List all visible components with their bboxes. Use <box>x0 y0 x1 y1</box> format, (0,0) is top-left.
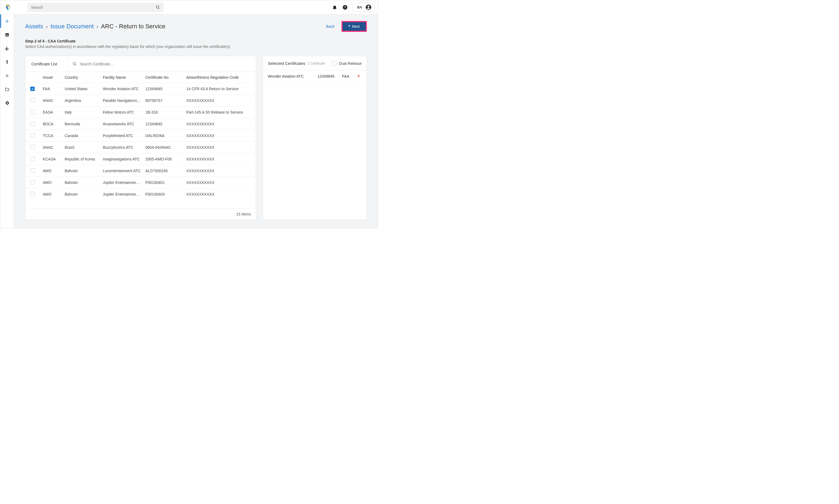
table-row[interactable]: AMO Bahrain Jupiter Entertainment... F00… <box>25 188 256 200</box>
row-checkbox[interactable] <box>30 122 35 126</box>
row-checkbox[interactable] <box>30 133 35 138</box>
breadcrumb-issue-document[interactable]: Issue Document <box>50 23 94 30</box>
user-menu[interactable]: BA <box>353 3 375 12</box>
selected-certificates-panel: Selected Certificates 1 Certificate Dual… <box>263 56 367 220</box>
next-button[interactable]: Next <box>342 21 367 32</box>
cell-facility: Purplelimited ATC <box>101 133 143 138</box>
certificate-list-title: Certificate List <box>25 56 68 72</box>
row-checkbox[interactable] <box>30 145 35 149</box>
cell-country: United States <box>63 87 101 91</box>
nav-folders[interactable] <box>0 83 14 96</box>
certificate-list-panel: Certificate List Issuer Country Facility… <box>25 56 256 220</box>
cell-country: Canada <box>63 133 101 138</box>
cell-facility: Feline Motors ATC <box>101 110 143 114</box>
row-checkbox[interactable] <box>30 180 35 184</box>
table-row[interactable]: ANAC Brazil Buzzylectrics ATC 0604-04/AN… <box>25 141 256 153</box>
back-button[interactable]: Back <box>326 24 335 29</box>
svg-rect-9 <box>6 35 6 36</box>
notifications-icon[interactable] <box>332 5 337 10</box>
col-country: Country <box>63 75 101 79</box>
sel-facility: Wonder Aviation ATC <box>268 74 318 78</box>
selected-count: 1 Certificate <box>308 61 325 66</box>
row-checkbox[interactable] <box>30 192 35 196</box>
cell-issuer: EASA <box>41 110 63 114</box>
cell-arc: XXXXXXXXXXX <box>184 98 256 103</box>
nav-tower[interactable] <box>0 55 14 69</box>
breadcrumb-current: ARC - Return to Service <box>101 23 165 30</box>
certificate-rows: FAA United States Wonder Aviation ATC 12… <box>25 83 256 209</box>
dual-release-checkbox[interactable] <box>332 61 337 66</box>
cell-certno: 0604-04/ANAC <box>143 145 184 149</box>
table-row[interactable]: ANAC Argentina Parable Navigations A... … <box>25 94 256 106</box>
breadcrumb-assets[interactable]: Assets <box>25 23 43 30</box>
svg-text:?: ? <box>344 5 346 9</box>
table-row[interactable]: FAA United States Wonder Aviation ATC 12… <box>25 83 256 94</box>
app-logo <box>5 4 11 11</box>
cell-certno: ALD7930245 <box>143 169 184 173</box>
cell-facility: Buzzylectrics ATC <box>101 145 143 149</box>
svg-rect-11 <box>8 35 8 36</box>
certificate-search-input[interactable] <box>80 62 251 66</box>
table-header: Issuer Country Facility Name Certificate… <box>25 72 256 83</box>
cell-facility: Jupiter Entertainment... <box>101 180 143 185</box>
cell-facility: Jupiter Entertainment... <box>101 192 143 196</box>
cell-issuer: ANAC <box>41 145 63 149</box>
nav-add[interactable] <box>0 15 14 28</box>
col-arc: Airworthiness Regulation Code <box>184 75 256 79</box>
nav-dashboard[interactable] <box>0 28 14 42</box>
nav-settings[interactable] <box>0 96 14 110</box>
cell-certno: F00100401 <box>143 180 184 185</box>
cell-arc: XXXXXXXXXXX <box>184 192 256 196</box>
cell-facility: Arcanetworks ATC <box>101 122 143 126</box>
sel-issuer: FAA <box>342 74 355 78</box>
row-checkbox[interactable] <box>30 87 35 91</box>
left-nav-rail <box>0 15 14 228</box>
svg-line-1 <box>158 8 159 9</box>
cell-issuer: AMO <box>41 192 63 196</box>
cell-certno: 89756757 <box>143 98 184 103</box>
table-row[interactable]: EASA Italy Feline Motors ATC 1B-318 Part… <box>25 106 256 118</box>
search-icon[interactable] <box>156 5 160 10</box>
col-certno: Certificate No. <box>143 75 184 79</box>
selected-title: Selected Certificates <box>268 61 306 66</box>
cell-country: Bahrain <box>63 192 101 196</box>
global-search-input[interactable] <box>31 5 156 10</box>
cell-arc: XXXXXXXXXXX <box>184 145 256 149</box>
cell-issuer: AMO <box>41 169 63 173</box>
row-checkbox[interactable] <box>30 98 35 103</box>
cell-country: Republic of Korea <box>63 157 101 161</box>
remove-selected-button[interactable] <box>355 74 363 78</box>
sel-certno: 12349845 <box>318 74 342 78</box>
svg-point-0 <box>156 6 159 8</box>
svg-point-15 <box>73 62 75 65</box>
cell-certno: F00100403 <box>143 192 184 196</box>
table-row[interactable]: TCCA Canada Purplelimited ATC DALR026A X… <box>25 130 256 141</box>
global-search[interactable] <box>28 3 164 12</box>
table-row[interactable]: AMO Bahrain Jupiter Entertainment... F00… <box>25 177 256 188</box>
cell-facility: Imaginavigations ATC <box>101 157 143 161</box>
certificate-search[interactable] <box>68 56 256 72</box>
cell-certno: 1B-318 <box>143 110 184 114</box>
row-checkbox[interactable] <box>30 157 35 161</box>
cell-certno: 12349845 <box>143 87 184 91</box>
table-row[interactable]: AMO Bahrain Lucentertainment ATC ALD7930… <box>25 165 256 177</box>
row-checkbox[interactable] <box>30 110 35 114</box>
col-facility: Facility Name <box>101 75 143 79</box>
cell-certno: 12349845 <box>143 122 184 126</box>
topbar: ? BA <box>0 0 378 15</box>
table-row[interactable]: BDCA Bermuda Arcanetworks ATC 12349845 X… <box>25 118 256 130</box>
user-avatar-icon <box>365 4 372 10</box>
cell-issuer: AMO <box>41 180 63 185</box>
selected-row: Wonder Aviation ATC 12349845 FAA <box>263 70 366 83</box>
cell-issuer: TCCA <box>41 133 63 138</box>
cell-country: Brazil <box>63 145 101 149</box>
svg-line-16 <box>75 65 76 66</box>
help-icon[interactable]: ? <box>342 5 348 10</box>
cell-issuer: KCASA <box>41 157 63 161</box>
nav-transfers[interactable] <box>0 69 14 83</box>
cell-issuer: FAA <box>41 87 63 91</box>
cell-arc: XXXXXXXXXXX <box>184 180 256 185</box>
table-row[interactable]: KCASA Republic of Korea Imaginavigations… <box>25 153 256 165</box>
nav-aircraft[interactable] <box>0 42 14 55</box>
row-checkbox[interactable] <box>30 168 35 173</box>
